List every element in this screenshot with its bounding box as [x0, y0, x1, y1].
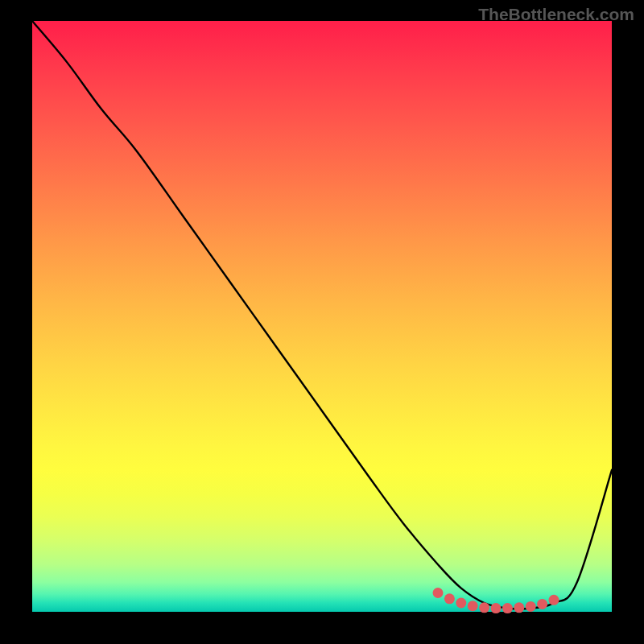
chart-line-curve — [32, 21, 612, 609]
marker-dot — [468, 601, 478, 611]
marker-dot — [479, 602, 489, 613]
marker-dot — [433, 588, 444, 598]
watermark: TheBottleneck.com — [478, 5, 634, 24]
chart-svg — [32, 21, 612, 612]
marker-dot — [444, 593, 455, 604]
chart-plot-area — [32, 21, 612, 612]
marker-dot — [456, 597, 466, 608]
marker-dot — [491, 603, 502, 613]
marker-dot — [514, 602, 524, 613]
marker-dot — [502, 603, 513, 613]
marker-dot — [526, 601, 536, 612]
marker-dot — [537, 599, 547, 609]
marker-dot — [549, 595, 559, 605]
chart-markers-bottom — [433, 588, 559, 613]
